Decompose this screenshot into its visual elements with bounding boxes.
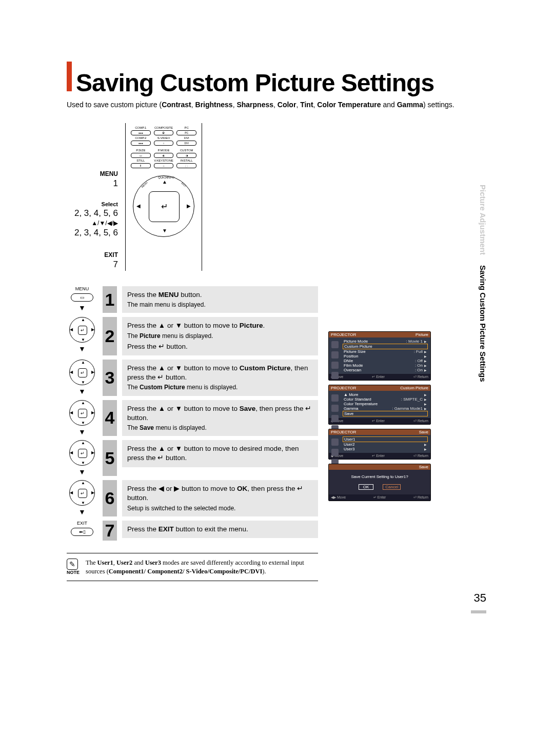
subtitle: Used to save custom picture (Contrast, B…: [67, 100, 487, 110]
step-description: Press the ◀ or ▶ button to move to OK, t…: [122, 480, 318, 516]
title-accent: [67, 62, 72, 91]
step-1: MENU▭▼1Press the MENU button.The main me…: [67, 286, 318, 313]
osd-save: PROJECTORSaveUser1User2User3◆ Move↵ Ente…: [328, 429, 431, 460]
down-arrow-icon: ▼: [162, 228, 167, 233]
cancel-button[interactable]: Cancel: [383, 484, 401, 490]
step-7: EXIT⬅▯7Press the EXIT button to exit the…: [67, 521, 318, 541]
step-description: Press the EXIT button to exit the menu.: [122, 521, 318, 538]
exit-icon: EXIT: [181, 182, 187, 188]
page-title: Saving Custom Picture Settings: [76, 69, 434, 97]
page-number: 35: [474, 591, 486, 605]
note-label: NOTE: [67, 570, 80, 575]
remote-label-column: MENU 1 Select 2, 3, 4, 5, 6 ▲/▼/◀/▶ 2, 3…: [67, 123, 118, 271]
step-number: 1: [103, 286, 117, 313]
ok-button[interactable]: OK: [359, 484, 374, 490]
left-arrow-icon: ◀: [136, 203, 141, 209]
step-description: Press the ▲ or ▼ button to move to desir…: [122, 440, 318, 467]
flow-arrow-icon: ▼: [78, 387, 86, 395]
exit-button-icon: ⬅▯: [71, 528, 93, 536]
flow-arrow-icon: ▼: [78, 304, 86, 312]
menu-icon: MENU: [141, 181, 148, 189]
step-6: ▲▼◀▶↵▼6Press the ◀ or ▶ button to move t…: [67, 480, 318, 516]
osd-confirm-save: SaveSave Current Setting to User1?OKCanc…: [328, 464, 431, 501]
step-2: ▲▼◀▶↵▼2Press the ▲ or ▼ button to move t…: [67, 317, 318, 355]
side-tab: Picture AdjustmentSaving Custom Picture …: [479, 185, 487, 382]
flow-arrow-icon: ▼: [78, 345, 86, 353]
page-number-accent: [471, 610, 486, 613]
enter-button-icon: ↵: [149, 191, 180, 222]
note-icon: ✎: [67, 559, 78, 570]
step-5: ▲▼◀▶↵▼5Press the ▲ or ▼ button to move t…: [67, 440, 318, 476]
dpad-icon: ▲▼◀▶↵: [69, 480, 95, 506]
up-arrow-icon: ▲: [162, 179, 167, 185]
step-number: 5: [103, 440, 117, 476]
flow-arrow-icon: ▼: [78, 428, 86, 436]
osd-picture: PROJECTORPicturePicture Mode: Movie 1Cus…: [328, 331, 431, 381]
step-description: Press the ▲ or ▼ button to move to Pictu…: [122, 317, 318, 355]
osd-custom-picture: PROJECTORCustom Picture▲ MoreColor Stand…: [328, 385, 431, 425]
step-description: Press the ▲ or ▼ button to move to Custo…: [122, 360, 318, 396]
step-number: 7: [103, 521, 117, 541]
step-number: 3: [103, 360, 117, 396]
step-4: ▲▼◀▶↵▼4Press the ▲ or ▼ button to move t…: [67, 400, 318, 436]
right-arrow-icon: ▶: [187, 203, 191, 209]
step-number: 2: [103, 317, 117, 355]
dpad-icon: ▲▼◀▶↵: [69, 317, 95, 343]
dpad-icon: ▲▼◀▶↵: [69, 400, 95, 426]
step-description: Press the MENU button.The main menu is d…: [122, 286, 318, 313]
step-number: 6: [103, 480, 117, 516]
dpad-icon: ▲▼◀▶↵: [69, 440, 95, 466]
remote-diagram: COMP.1COMPOSITEPC ●●●⦿PC COMP.2S-VIDEODV…: [125, 123, 202, 271]
menu-button-icon: ▭: [71, 293, 93, 302]
dpad-icon: ▲▼◀▶↵: [69, 360, 95, 385]
flow-arrow-icon: ▼: [78, 508, 86, 516]
step-number: 4: [103, 400, 117, 436]
step-description: Press the ▲ or ▼ button to move to Save,…: [122, 400, 318, 436]
flow-arrow-icon: ▼: [78, 468, 86, 476]
note-text: The User1, User2 and User3 modes are sav…: [86, 559, 318, 576]
step-3: ▲▼◀▶↵▼3Press the ▲ or ▼ button to move t…: [67, 360, 318, 396]
